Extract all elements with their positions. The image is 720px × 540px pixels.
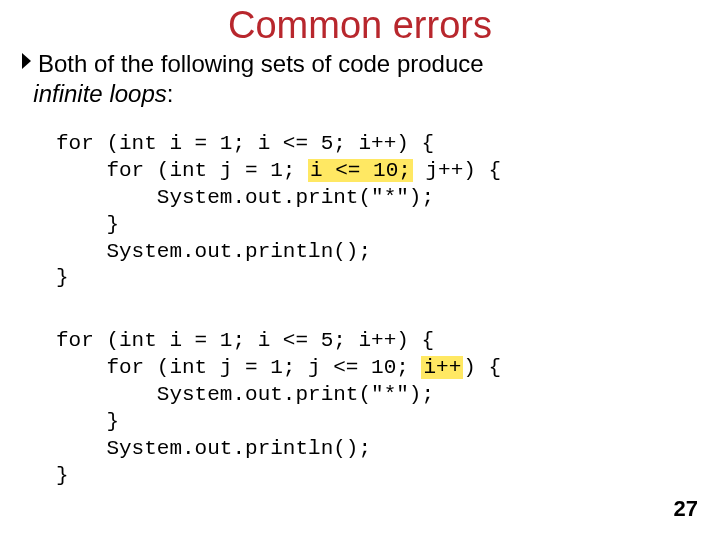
code1-l2b: j++) { — [413, 159, 501, 182]
code1-l2a: for (int j = 1; — [56, 159, 308, 182]
code-area: for (int i = 1; i <= 5; i++) { for (int … — [56, 131, 720, 490]
bullet-icon — [20, 51, 34, 71]
code1-l1: for (int i = 1; i <= 5; i++) { — [56, 132, 434, 155]
code2-l3: System.out.print("*"); — [56, 383, 434, 406]
code2-l2b: ) { — [463, 356, 501, 379]
code2-l1: for (int i = 1; i <= 5; i++) { — [56, 329, 434, 352]
intro-paragraph: Both of the following sets of code produ… — [20, 49, 720, 109]
code-block-2: for (int i = 1; i <= 5; i++) { for (int … — [56, 328, 720, 489]
code2-l4: } — [56, 410, 119, 433]
intro-line1: Both of the following sets of code produ… — [38, 50, 484, 77]
intro-colon: : — [167, 80, 174, 107]
code2-l2a: for (int j = 1; j <= 10; — [56, 356, 421, 379]
page-number: 27 — [674, 496, 698, 522]
code1-l4: } — [56, 213, 119, 236]
code2-l5: System.out.println(); — [56, 437, 371, 460]
intro-italic: infinite loops — [33, 80, 166, 107]
code1-highlight: i <= 10; — [308, 159, 413, 182]
code1-l3: System.out.print("*"); — [56, 186, 434, 209]
slide-title: Common errors — [0, 4, 720, 47]
code1-l6: } — [56, 266, 69, 289]
code-block-1: for (int i = 1; i <= 5; i++) { for (int … — [56, 131, 720, 292]
code2-l6: } — [56, 464, 69, 487]
code1-l5: System.out.println(); — [56, 240, 371, 263]
code2-highlight: i++ — [421, 356, 463, 379]
